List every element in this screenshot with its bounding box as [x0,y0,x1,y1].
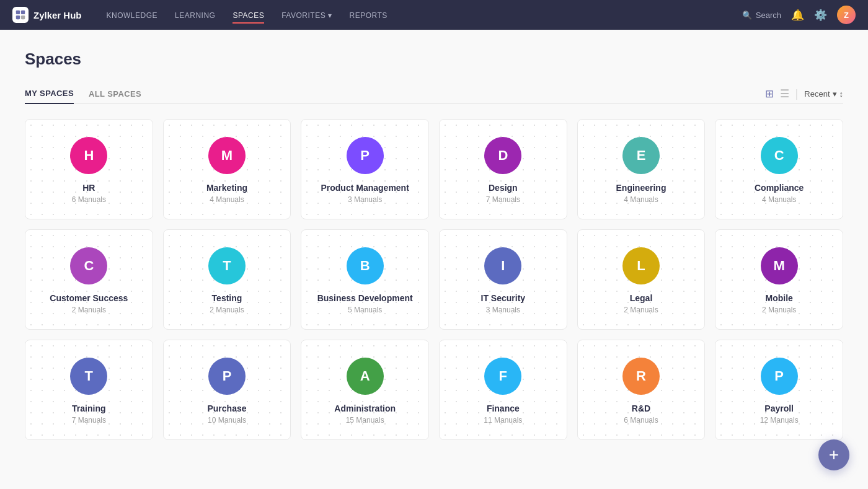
space-name-administration: Administration [334,403,396,413]
space-card-compliance[interactable]: CCompliance4 Manuals [715,119,843,219]
add-space-button[interactable]: + [818,439,849,470]
space-avatar-business-development: B [347,247,384,284]
nav-right: 🔍 Search 🔔 ⚙️ Z [742,6,856,24]
divider: | [795,87,799,100]
nav-item-favorites[interactable]: FAVORITES ▾ [281,9,332,20]
space-card-customer-success[interactable]: CCustomer Success2 Manuals [25,229,153,330]
tab-my-spaces[interactable]: MY SPACES [25,84,74,104]
space-card-legal[interactable]: LLegal2 Manuals [577,229,706,330]
space-count-legal: 2 Manuals [624,306,658,314]
space-avatar-mobile: M [761,247,798,284]
space-card-design[interactable]: DDesign7 Manuals [439,119,567,219]
nav-item-knowledge[interactable]: KNOWLEDGE [107,9,158,20]
sort-arrow-icon: ▾ [833,89,837,99]
nav-links: KNOWLEDGE LEARNING SPACES FAVORITES ▾ RE… [107,9,388,20]
space-count-compliance: 4 Manuals [762,195,796,204]
space-card-mobile[interactable]: MMobile2 Manuals [715,229,843,330]
space-avatar-finance: F [484,358,521,395]
list-view-icon[interactable]: ☰ [780,87,789,100]
space-avatar-engineering: E [622,137,660,174]
space-avatar-legal: L [622,247,660,284]
settings-icon[interactable]: ⚙️ [814,9,827,22]
space-card-marketing[interactable]: MMarketing4 Manuals [163,119,291,219]
space-avatar-administration: A [347,358,384,395]
space-avatar-rd: R [622,358,660,395]
space-card-administration[interactable]: AAdministration15 Manuals [301,340,429,440]
space-name-design: Design [489,183,518,193]
space-name-finance: Finance [487,403,520,413]
tabs-actions: ⊞ ☰ | Recent ▾ ↕ [765,87,843,100]
space-name-engineering: Engineering [616,183,666,193]
space-count-administration: 15 Manuals [346,416,384,425]
space-count-finance: 11 Manuals [484,416,522,425]
space-count-it-security: 3 Manuals [486,306,520,314]
space-name-legal: Legal [630,293,653,303]
space-name-product-management: Product Management [321,183,409,193]
space-avatar-testing: T [208,247,246,284]
space-avatar-hr: H [70,137,107,174]
svg-rect-0 [16,11,20,14]
space-count-business-development: 5 Manuals [348,306,382,314]
space-avatar-it-security: I [484,247,521,284]
space-count-rd: 6 Manuals [624,416,658,425]
nav-item-spaces[interactable]: SPACES [232,9,264,20]
space-avatar-customer-success: C [70,247,107,284]
sort-direction-icon: ↕ [839,89,844,99]
svg-rect-3 [21,15,25,19]
sort-button[interactable]: Recent ▾ ↕ [804,89,843,99]
space-count-design: 7 Manuals [486,195,520,204]
space-card-finance[interactable]: FFinance11 Manuals [439,340,567,440]
space-count-purchase: 10 Manuals [208,416,246,425]
space-name-marketing: Marketing [206,183,247,193]
brand-logo[interactable]: Zylker Hub [12,7,82,23]
user-avatar[interactable]: Z [837,6,856,24]
space-name-testing: Testing [212,293,242,303]
space-avatar-product-management: P [347,137,384,174]
space-avatar-marketing: M [208,137,246,174]
nav-item-reports[interactable]: REPORTS [350,9,388,20]
space-card-testing[interactable]: TTesting2 Manuals [163,229,291,330]
tab-all-spaces[interactable]: ALL SPACES [89,84,141,104]
search-button[interactable]: 🔍 Search [742,11,781,20]
space-count-training: 7 Manuals [72,416,106,425]
space-avatar-purchase: P [208,358,246,395]
space-avatar-training: T [70,358,107,395]
space-name-training: Training [72,403,105,413]
space-name-rd: R&D [632,403,650,413]
space-card-payroll[interactable]: PPayroll12 Manuals [715,340,843,440]
space-name-mobile: Mobile [765,293,792,303]
svg-rect-2 [16,15,20,19]
space-card-business-development[interactable]: BBusiness Development5 Manuals [301,229,429,330]
space-name-payroll: Payroll [764,403,794,413]
notification-icon[interactable]: 🔔 [791,9,804,22]
space-card-purchase[interactable]: PPurchase10 Manuals [163,340,291,440]
logo-icon [12,7,29,23]
space-avatar-compliance: C [761,137,798,174]
space-card-training[interactable]: TTraining7 Manuals [25,340,153,440]
space-name-compliance: Compliance [755,183,804,193]
space-count-product-management: 3 Manuals [348,195,382,204]
space-name-customer-success: Customer Success [50,293,128,303]
space-card-it-security[interactable]: IIT Security3 Manuals [439,229,567,330]
space-name-purchase: Purchase [207,403,246,413]
space-count-payroll: 12 Manuals [760,416,799,425]
nav-item-learning[interactable]: LEARNING [175,9,215,20]
search-icon: 🔍 [742,11,752,20]
space-card-engineering[interactable]: EEngineering4 Manuals [577,119,706,219]
space-count-customer-success: 2 Manuals [72,306,106,314]
space-count-testing: 2 Manuals [210,306,244,314]
space-avatar-design: D [484,137,521,174]
sort-label: Recent [804,89,830,99]
page-title: Spaces [25,50,843,69]
navbar: Zylker Hub KNOWLEDGE LEARNING SPACES FAV… [0,0,868,30]
space-count-mobile: 2 Manuals [762,306,796,314]
space-card-hr[interactable]: HHR6 Manuals [25,119,153,219]
svg-rect-1 [21,11,25,14]
space-count-marketing: 4 Manuals [210,195,244,204]
space-card-rd[interactable]: RR&D6 Manuals [577,340,706,440]
grid-view-icon[interactable]: ⊞ [765,87,774,100]
space-name-hr: HR [82,183,95,193]
spaces-grid: HHR6 ManualsMMarketing4 ManualsPProduct … [25,119,843,440]
brand-name: Zylker Hub [33,10,82,20]
space-card-product-management[interactable]: PProduct Management3 Manuals [301,119,429,219]
